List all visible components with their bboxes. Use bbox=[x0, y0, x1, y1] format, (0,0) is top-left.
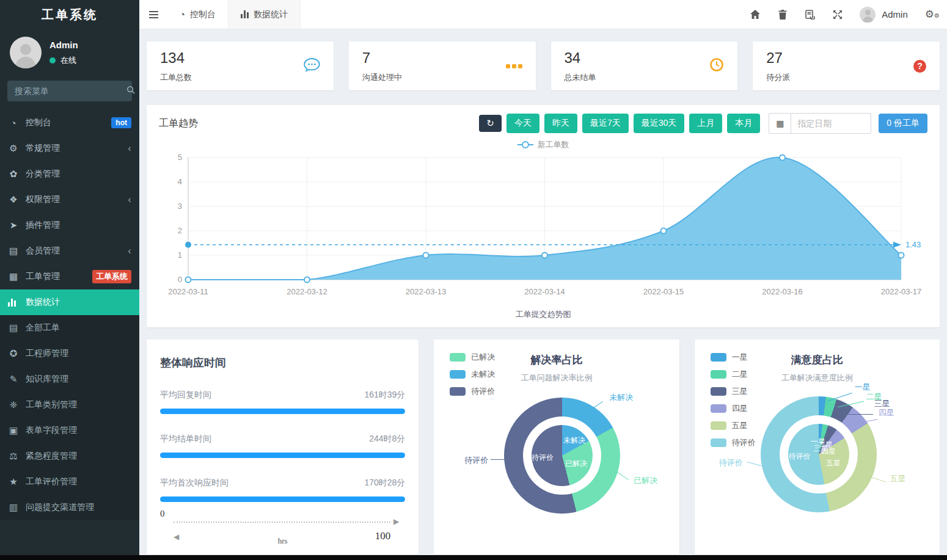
main-content: 134 工单总数 7 沟通处理中 34 总未结单 27 待分派 ? bbox=[139, 29, 947, 560]
sidebar-toggle-icon[interactable] bbox=[139, 0, 167, 29]
svg-text:5: 5 bbox=[178, 153, 182, 162]
legend-item[interactable]: 四星 bbox=[711, 403, 756, 414]
legend-label: 新工单数 bbox=[538, 139, 569, 150]
legend-item[interactable]: 一星 bbox=[711, 352, 756, 363]
progress-bar bbox=[160, 496, 405, 502]
sidebar-item-permission-management[interactable]: ❖权限管理‹ bbox=[0, 187, 139, 213]
fullscreen-icon[interactable] bbox=[832, 9, 843, 20]
list-icon: ▤ bbox=[8, 245, 19, 256]
sidebar-item-submission-channel[interactable]: ▥问题提交渠道管理 bbox=[0, 495, 139, 520]
search-icon[interactable] bbox=[126, 85, 136, 97]
sidebar-item-data-statistics[interactable]: 数据统计 bbox=[0, 289, 139, 315]
svg-text:2022-03-15: 2022-03-15 bbox=[643, 287, 684, 296]
range-last7days-button[interactable]: 最近7天 bbox=[582, 114, 629, 133]
sidebar-item-member-management[interactable]: ▤会员管理‹ bbox=[0, 238, 139, 264]
sidebar-item-dashboard[interactable]: ◔控制台hot bbox=[0, 110, 139, 136]
metric-label: 平均回复时间 bbox=[160, 390, 211, 401]
svg-text:4: 4 bbox=[178, 177, 182, 186]
workorder-count-button[interactable]: 0 份工单 bbox=[879, 114, 927, 133]
sidebar-item-general-management[interactable]: ⚙常规管理‹ bbox=[0, 136, 139, 161]
callout-label: 待评价 bbox=[464, 455, 488, 466]
legend-swatch bbox=[711, 421, 726, 430]
clear-cache-icon[interactable] bbox=[805, 9, 815, 20]
settings-icon[interactable]: ⚙⚙ bbox=[925, 8, 940, 21]
arrow-right-icon[interactable]: ▶ bbox=[393, 517, 399, 526]
bottom-strip bbox=[0, 555, 947, 560]
user-menu[interactable]: Admin bbox=[860, 7, 908, 23]
user-name: Admin bbox=[882, 9, 908, 20]
svg-text:2: 2 bbox=[178, 226, 182, 235]
range-lastmonth-button[interactable]: 上月 bbox=[689, 114, 722, 133]
tab-dashboard[interactable]: ◔ 控制台 bbox=[167, 0, 228, 29]
svg-text:2022-03-14: 2022-03-14 bbox=[524, 287, 565, 296]
legend-item[interactable]: 待评价 bbox=[450, 386, 495, 397]
balance-scale-icon: ⚖ bbox=[8, 451, 19, 462]
map-icon: ▥ bbox=[8, 502, 19, 513]
legend-item[interactable]: 已解决 bbox=[450, 352, 495, 363]
stat-card-total[interactable]: 134 工单总数 bbox=[147, 42, 334, 90]
chat-icon bbox=[304, 57, 320, 75]
refresh-button[interactable]: ↻ bbox=[479, 115, 502, 132]
legend-item[interactable]: 二星 bbox=[711, 369, 756, 380]
range-thismonth-button[interactable]: 本月 bbox=[727, 114, 760, 133]
chevron-left-icon: ‹ bbox=[128, 194, 131, 206]
sidebar-item-engineer-management[interactable]: ✪工程师管理 bbox=[0, 341, 139, 366]
hours-axis: 0 ▶ ◀ 100 hrs bbox=[160, 508, 405, 546]
clock-icon bbox=[709, 57, 724, 75]
response-time-card: 整体响应时间 平均回复时间161时39分 平均结单时间244时8分 平均首次响应… bbox=[147, 340, 419, 555]
legend-swatch bbox=[711, 404, 726, 413]
svg-text:2022-03-11: 2022-03-11 bbox=[168, 287, 208, 296]
sidebar-item-plugin-management[interactable]: ➤插件管理 bbox=[0, 213, 139, 238]
legend-item[interactable]: 待评价 bbox=[711, 437, 756, 448]
stat-card-to-assign[interactable]: 27 待分派 ? bbox=[753, 42, 940, 90]
svg-text:1.43: 1.43 bbox=[905, 240, 921, 249]
legend-item[interactable]: 五星 bbox=[711, 420, 756, 431]
progress-bar bbox=[160, 453, 405, 458]
leaf-icon: ❈ bbox=[8, 399, 19, 410]
range-today-button[interactable]: 今天 bbox=[506, 114, 539, 133]
sidebar-item-workorder-category[interactable]: ❈工单类别管理 bbox=[0, 392, 139, 418]
home-icon[interactable] bbox=[750, 9, 760, 20]
workorder-badge: 工单系统 bbox=[92, 270, 131, 283]
range-last30days-button[interactable]: 最近30天 bbox=[634, 114, 685, 133]
user-status: 在线 bbox=[60, 55, 76, 66]
legend-swatch bbox=[450, 353, 466, 362]
stat-card-unclosed[interactable]: 34 总未结单 bbox=[551, 42, 738, 90]
users-icon: ❖ bbox=[8, 194, 19, 205]
dashboard-icon: ◔ bbox=[8, 118, 19, 128]
top-navbar: ◔ 控制台 数据统计 Admin ⚙⚙ bbox=[139, 0, 947, 29]
arrow-left-icon[interactable]: ◀ bbox=[174, 533, 179, 542]
axis-track[interactable]: ▶ ◀ 100 bbox=[174, 522, 390, 523]
sidebar-item-category-management[interactable]: ✿分类管理 bbox=[0, 161, 139, 187]
sidebar-user-panel: Admin 在线 bbox=[0, 29, 139, 77]
sidebar-item-form-fields[interactable]: ▣表单字段管理 bbox=[0, 418, 139, 443]
sidebar-item-workorder-rating[interactable]: ★工单评价管理 bbox=[0, 469, 139, 495]
date-picker: ▦ bbox=[769, 113, 871, 134]
resolution-rate-card: 解决率占比 工单问题解决率比例 已解决 未解决 待评价 未解决 已解决 待评价 … bbox=[434, 340, 679, 555]
user-name: Admin bbox=[49, 40, 78, 50]
trash-icon[interactable] bbox=[777, 9, 788, 20]
gears-icon: ⚙ bbox=[8, 143, 19, 154]
tab-data-statistics[interactable]: 数据统计 bbox=[228, 0, 301, 29]
chart-legend[interactable]: 新工单数 bbox=[159, 139, 927, 150]
avatar bbox=[860, 7, 876, 23]
trend-axis-title: 工单提交趋势图 bbox=[159, 307, 927, 325]
stat-label: 待分派 bbox=[766, 72, 790, 83]
axis-unit: hrs bbox=[160, 536, 405, 546]
menu-search-input[interactable] bbox=[13, 85, 126, 96]
bar-chart-icon bbox=[241, 10, 249, 18]
range-yesterday-button[interactable]: 昨天 bbox=[544, 114, 577, 133]
sidebar-item-all-workorders[interactable]: ▤全部工单 bbox=[0, 315, 139, 341]
stat-card-in-communication[interactable]: 7 沟通处理中 bbox=[349, 42, 536, 90]
stat-label: 总未结单 bbox=[565, 72, 596, 83]
legend-swatch bbox=[711, 438, 726, 447]
engineer-icon: ✪ bbox=[8, 348, 19, 359]
sidebar-item-knowledge-base[interactable]: ✎知识库管理 bbox=[0, 366, 139, 392]
date-input[interactable] bbox=[791, 118, 871, 128]
sidebar-menu: ◔控制台hot ⚙常规管理‹ ✿分类管理 ❖权限管理‹ ➤插件管理 ▤会员管理‹… bbox=[0, 110, 139, 289]
sidebar-item-workorder-management[interactable]: ▦工单管理工单系统 bbox=[0, 264, 139, 289]
metric-label: 平均首次响应时间 bbox=[160, 478, 229, 489]
sidebar-item-urgency-management[interactable]: ⚖紧急程度管理 bbox=[0, 443, 139, 469]
legend-item[interactable]: 未解决 bbox=[450, 369, 495, 380]
legend-item[interactable]: 三星 bbox=[711, 386, 756, 397]
